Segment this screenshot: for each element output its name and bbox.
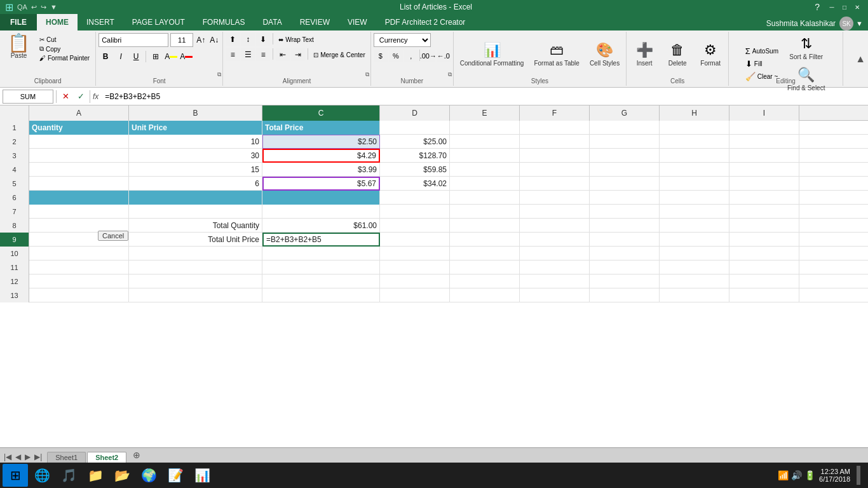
cell-h7[interactable] xyxy=(660,205,729,219)
cell-d9[interactable] xyxy=(380,233,450,247)
align-bottom-button[interactable]: ⬇ xyxy=(256,33,270,46)
cell-e6[interactable] xyxy=(450,191,520,205)
cell-c4[interactable]: $3.99 xyxy=(262,163,380,177)
scroll-next-button[interactable]: ▶ xyxy=(24,451,32,463)
cell-g4[interactable] xyxy=(590,163,660,177)
alignment-expand-button[interactable]: ⧉ xyxy=(365,71,369,78)
col-header-a[interactable]: A xyxy=(29,105,129,121)
align-top-button[interactable]: ⬆ xyxy=(226,33,240,46)
row-header-1[interactable]: 1 xyxy=(0,121,29,135)
row-header-5[interactable]: 5 xyxy=(0,177,29,191)
cell-h2[interactable] xyxy=(660,135,729,149)
cell-c11[interactable] xyxy=(262,261,380,274)
cell-h12[interactable] xyxy=(660,274,729,288)
cell-e12[interactable] xyxy=(450,274,520,288)
cell-f13[interactable] xyxy=(520,288,590,302)
bold-button[interactable]: B xyxy=(98,50,112,64)
tab-page-layout[interactable]: PAGE LAYOUT xyxy=(123,14,194,30)
cell-f10[interactable] xyxy=(520,247,590,261)
cell-i9[interactable] xyxy=(729,233,799,247)
cell-h3[interactable] xyxy=(660,149,729,163)
cell-e1[interactable] xyxy=(450,121,520,135)
cell-h5[interactable] xyxy=(660,177,729,191)
cancel-formula-button[interactable]: ✕ xyxy=(59,90,72,103)
cell-i7[interactable] xyxy=(729,205,799,219)
decrease-decimal-button[interactable]: .00→ xyxy=(421,50,435,62)
cell-i13[interactable] xyxy=(729,288,799,302)
sheet-tab-sheet1[interactable]: Sheet1 xyxy=(47,452,86,463)
cell-g1[interactable] xyxy=(590,121,660,135)
close-button[interactable]: ✕ xyxy=(851,2,863,12)
border-button[interactable]: ⊞ xyxy=(149,50,163,64)
cell-e13[interactable] xyxy=(450,288,520,302)
cell-f5[interactable] xyxy=(520,177,590,191)
sort-filter-button[interactable]: ⇅ Sort & Filter xyxy=(783,33,829,64)
taskbar-explorer[interactable]: 📂 xyxy=(109,464,135,487)
cell-f8[interactable] xyxy=(520,219,590,233)
fill-button[interactable]: ⬇ Fill xyxy=(743,58,781,70)
align-left-button[interactable]: ≡ xyxy=(226,48,240,61)
cell-styles-button[interactable]: 🎨 Cell Styles xyxy=(586,39,623,70)
cell-g8[interactable] xyxy=(590,219,660,233)
cell-i6[interactable] xyxy=(729,191,799,205)
cell-e4[interactable] xyxy=(450,163,520,177)
help-icon[interactable]: ? xyxy=(815,2,820,12)
cell-g2[interactable] xyxy=(590,135,660,149)
restore-button[interactable]: □ xyxy=(839,2,850,12)
cell-i1[interactable] xyxy=(729,121,799,135)
cell-d1[interactable] xyxy=(380,121,450,135)
cell-a11[interactable] xyxy=(29,261,129,274)
cell-f9[interactable] xyxy=(520,233,590,247)
cell-b13[interactable] xyxy=(129,288,262,302)
cell-b8[interactable]: Total Quantity xyxy=(129,219,262,233)
align-center-button[interactable]: ☰ xyxy=(241,48,255,61)
cell-i4[interactable] xyxy=(729,163,799,177)
cell-f1[interactable] xyxy=(520,121,590,135)
number-format-select[interactable]: Currency xyxy=(374,33,431,47)
font-name-input[interactable] xyxy=(98,33,168,47)
cell-g3[interactable] xyxy=(590,149,660,163)
row-header-3[interactable]: 3 xyxy=(0,149,29,163)
cell-e5[interactable] xyxy=(450,177,520,191)
col-header-i[interactable]: I xyxy=(729,105,799,121)
cell-i8[interactable] xyxy=(729,219,799,233)
row-header-6[interactable]: 6 xyxy=(0,191,29,205)
confirm-formula-button[interactable]: ✓ xyxy=(74,90,87,103)
scroll-last-button[interactable]: ▶| xyxy=(33,451,43,463)
sheet-tab-sheet2[interactable]: Sheet2 xyxy=(87,452,126,463)
cell-b12[interactable] xyxy=(129,274,262,288)
cell-c3[interactable]: $4.29 xyxy=(262,149,380,163)
tab-data[interactable]: DATA xyxy=(254,14,290,30)
autosum-button[interactable]: Σ AutoSum xyxy=(743,45,781,57)
cell-b11[interactable] xyxy=(129,261,262,274)
cell-f2[interactable] xyxy=(520,135,590,149)
add-sheet-button[interactable]: ⊕ xyxy=(130,449,143,461)
cell-c10[interactable] xyxy=(262,247,380,261)
battery-icon[interactable]: 🔋 xyxy=(804,470,815,480)
tab-insert[interactable]: INSERT xyxy=(78,14,123,30)
cell-a4[interactable] xyxy=(29,163,129,177)
dollar-button[interactable]: $ xyxy=(374,50,388,62)
cell-b9[interactable]: Total Unit Price xyxy=(129,233,262,247)
cell-a13[interactable] xyxy=(29,288,129,302)
cell-i12[interactable] xyxy=(729,274,799,288)
scroll-first-button[interactable]: |◀ xyxy=(3,451,13,463)
taskbar-excel[interactable]: 📊 xyxy=(189,464,215,487)
cell-b1[interactable]: Unit Price xyxy=(129,121,262,135)
cell-e10[interactable] xyxy=(450,247,520,261)
underline-button[interactable]: U xyxy=(129,50,143,64)
increase-decimal-button[interactable]: ←.0 xyxy=(437,50,451,62)
cell-h11[interactable] xyxy=(660,261,729,274)
fill-color-button[interactable]: A xyxy=(164,50,178,64)
format-painter-button[interactable]: 🖌 Format Painter xyxy=(37,54,92,62)
cell-h4[interactable] xyxy=(660,163,729,177)
taskbar-ie[interactable]: 🌐 xyxy=(29,464,55,487)
indent-left-button[interactable]: ⇤ xyxy=(276,48,290,61)
col-header-c[interactable]: C xyxy=(262,105,380,121)
cell-b10[interactable] xyxy=(129,247,262,261)
row-header-8[interactable]: 8 xyxy=(0,219,29,233)
cell-b3[interactable]: 30 xyxy=(129,149,262,163)
number-expand-button[interactable]: ⧉ xyxy=(448,71,452,78)
cell-h13[interactable] xyxy=(660,288,729,302)
cell-g9[interactable] xyxy=(590,233,660,247)
